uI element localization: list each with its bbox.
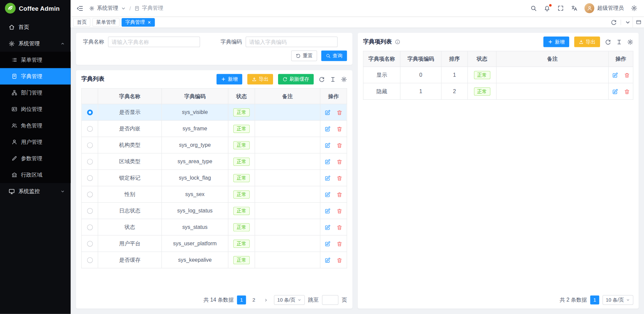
edit-icon[interactable] (324, 126, 330, 132)
dict-name-input[interactable] (108, 37, 200, 47)
search-button[interactable] (530, 5, 537, 12)
delete-icon[interactable] (336, 191, 342, 197)
table-row[interactable]: 是否内嵌sys_frame正常 (82, 120, 347, 137)
avatar[interactable] (584, 3, 594, 13)
sidebar-item-region-mgmt[interactable]: 行政区域 (0, 167, 71, 183)
dict-list-card: 字典列表 新增 导出 刷新 (76, 70, 353, 309)
tab-options-button[interactable] (625, 19, 631, 25)
export-dict-button[interactable]: 导出 (247, 74, 273, 84)
add-dict-item-button[interactable]: 新增 (543, 37, 569, 47)
page-button-1[interactable]: 1 (590, 296, 599, 305)
table-row[interactable]: 区域类型sys_area_type正常 (82, 153, 347, 170)
reset-button[interactable]: 重置 (291, 51, 317, 61)
table-settings-button[interactable] (627, 39, 633, 45)
tab-close-icon[interactable] (148, 20, 151, 24)
tab-menu-mgmt[interactable]: 菜单管理 (93, 18, 120, 26)
chevron-down-icon (298, 298, 302, 302)
table-row[interactable]: 用户平台sys_user_platform正常 (82, 235, 347, 252)
refresh-tabs-button[interactable] (611, 19, 617, 25)
row-radio[interactable] (87, 241, 93, 247)
sidebar-item-role-mgmt[interactable]: 角色管理 (0, 117, 71, 134)
table-size-button[interactable] (330, 76, 336, 82)
table-row[interactable]: 隐藏12正常 (363, 83, 633, 100)
page-button-1[interactable]: 1 (237, 296, 246, 305)
fullscreen-button[interactable] (557, 5, 564, 12)
edit-icon[interactable] (612, 72, 618, 78)
row-radio[interactable] (87, 110, 93, 115)
delete-icon[interactable] (336, 241, 342, 247)
sidebar-item-system[interactable]: 系统管理 (0, 35, 71, 52)
tab-dict-mgmt[interactable]: 字典管理 (121, 18, 155, 26)
submenu-system: 菜单管理字典管理部门管理岗位管理角色管理用户管理参数管理行政区域 (0, 52, 71, 183)
settings-button[interactable] (631, 5, 638, 12)
jump-page-input[interactable] (322, 295, 338, 305)
language-button[interactable] (571, 5, 578, 12)
sidebar-item-param-mgmt[interactable]: 参数管理 (0, 150, 71, 167)
edit-icon[interactable] (324, 191, 330, 197)
add-dict-button[interactable]: 新增 (216, 74, 242, 84)
edit-icon[interactable] (324, 208, 330, 214)
breadcrumb-system[interactable]: 系统管理 (97, 4, 118, 12)
sidebar-item-dict-mgmt[interactable]: 字典管理 (0, 68, 71, 84)
page-button-2[interactable]: 2 (249, 296, 258, 305)
edit-icon[interactable] (324, 257, 330, 263)
export-dict-item-button[interactable]: 导出 (574, 37, 600, 47)
sidebar-item-monitor[interactable]: 系统监控 (0, 183, 71, 199)
delete-icon[interactable] (336, 257, 342, 263)
row-radio[interactable] (87, 126, 93, 132)
edit-icon[interactable] (324, 241, 330, 247)
query-button[interactable]: 查询 (321, 51, 347, 61)
app-logo[interactable]: Coffee Admin (0, 0, 71, 16)
delete-icon[interactable] (336, 175, 342, 181)
edit-icon[interactable] (324, 109, 330, 115)
row-radio[interactable] (87, 142, 93, 148)
row-radio[interactable] (87, 257, 93, 263)
maximize-content-button[interactable] (633, 17, 644, 27)
dict-code-input[interactable] (246, 37, 337, 47)
refresh-table-button[interactable] (319, 76, 325, 82)
table-row[interactable]: 是否缓存sys_keepalive正常 (82, 252, 347, 268)
delete-icon[interactable] (624, 88, 630, 95)
sidebar-item-post-mgmt[interactable]: 岗位管理 (0, 101, 71, 117)
delete-icon[interactable] (624, 72, 630, 78)
edit-icon[interactable] (324, 142, 330, 148)
edit-icon[interactable] (324, 224, 330, 230)
table-row[interactable]: 显示01正常 (363, 67, 633, 83)
table-settings-button[interactable] (341, 76, 347, 82)
page-size-select[interactable]: 10 条/页 (274, 295, 305, 305)
table-row[interactable]: 机构类型sys_org_type正常 (82, 137, 347, 153)
sidebar-item-menu-mgmt[interactable]: 菜单管理 (0, 52, 71, 68)
edit-icon[interactable] (612, 88, 618, 95)
tab-home[interactable]: 首页 (73, 18, 90, 26)
delete-icon[interactable] (336, 109, 342, 115)
row-radio[interactable] (87, 175, 93, 181)
table-row[interactable]: 是否显示sys_visible正常 (82, 104, 347, 120)
table-row[interactable]: 锁定标记sys_lock_flag正常 (82, 170, 347, 186)
next-page-button[interactable] (262, 296, 271, 305)
edit-icon[interactable] (324, 159, 330, 165)
delete-icon[interactable] (336, 126, 342, 132)
notification-button[interactable] (544, 5, 550, 12)
delete-icon[interactable] (336, 142, 342, 148)
refresh-cache-button[interactable]: 刷新缓存 (278, 74, 314, 84)
sidebar-item-home[interactable]: 首页 (0, 19, 71, 35)
table-row[interactable]: 日志状态sys_log_status正常 (82, 202, 347, 219)
table-row[interactable]: 状态sys_status正常 (82, 219, 347, 235)
delete-icon[interactable] (336, 159, 342, 165)
refresh-table-button[interactable] (605, 39, 611, 45)
delete-icon[interactable] (336, 224, 342, 230)
page-size-select[interactable]: 10 条/页 (602, 295, 633, 305)
delete-icon[interactable] (336, 208, 342, 214)
sidebar-item-dept-mgmt[interactable]: 部门管理 (0, 84, 71, 101)
table-size-button[interactable] (616, 39, 622, 45)
row-radio[interactable] (87, 192, 93, 197)
users-icon (11, 123, 17, 128)
sidebar-item-user-mgmt[interactable]: 用户管理 (0, 134, 71, 150)
row-radio[interactable] (87, 225, 93, 230)
sidebar-collapse-button[interactable] (76, 5, 84, 12)
row-radio[interactable] (87, 159, 93, 165)
table-row[interactable]: 性别sys_sex正常 (82, 186, 347, 202)
edit-icon[interactable] (324, 175, 330, 181)
user-name[interactable]: 超级管理员 (597, 4, 624, 12)
row-radio[interactable] (87, 208, 93, 214)
